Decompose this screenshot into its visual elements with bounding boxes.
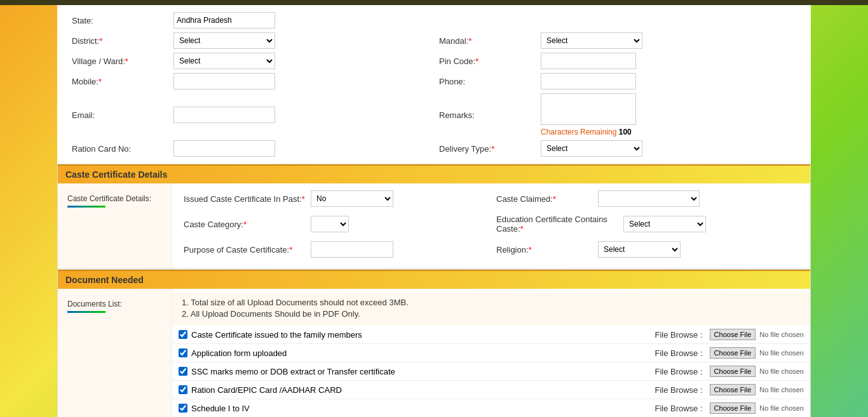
doc-file-4: File Browse : Choose File No file chosen (654, 384, 804, 395)
phone-label: Phone: (439, 77, 541, 86)
doc-notes: 1. Total size of all Upload Documents sh… (172, 293, 810, 326)
documents-sidebar-label: Documents List: (67, 300, 122, 308)
village-label: Village / Ward:* (72, 56, 173, 66)
caste-claimed-select[interactable] (598, 190, 700, 207)
pincode-input[interactable] (541, 53, 636, 69)
doc-label-4: Ration Card/EPIC Card /AADHAR CARD (191, 385, 342, 395)
document-section: Document Needed Documents List: 1. Total… (57, 269, 811, 417)
caste-section-header: Caste Certificate Details (58, 164, 810, 183)
doc-note-1: 1. Total size of all Upload Documents sh… (182, 298, 801, 307)
no-file-text-2: No file chosen (759, 349, 804, 357)
doc-checkbox-label-3: SSC marks memo or DOB extract or Transfe… (179, 367, 654, 376)
email-input[interactable] (173, 107, 275, 123)
delivery-select[interactable]: Select (541, 140, 642, 157)
caste-sidebar-label: Caste Certificate Details: (67, 194, 151, 203)
doc-file-5: File Browse : Choose File No file chosen (654, 402, 804, 414)
state-label: State: (72, 16, 173, 25)
document-sidebar: Documents List: (58, 289, 172, 417)
file-browse-label-3: File Browse : (654, 367, 702, 376)
issued-label: Issued Caste Certificate In Past:* (184, 194, 311, 204)
religion-select[interactable]: Select (598, 241, 681, 258)
doc-checkbox-1[interactable] (179, 330, 187, 339)
edu-cert-select[interactable]: Select (623, 216, 706, 232)
char-count: 100 (619, 128, 632, 136)
doc-row-5: Schedule I to IV File Browse : Choose Fi… (172, 399, 810, 417)
pincode-label: Pin Code:* (439, 56, 541, 66)
mobile-input[interactable] (173, 73, 275, 89)
top-frame (0, 0, 868, 5)
no-file-text-1: No file chosen (759, 331, 804, 338)
caste-sidebar: Caste Certificate Details: (58, 183, 172, 268)
doc-checkbox-5[interactable] (179, 404, 187, 413)
doc-row-1: Caste Certificate issued to the family m… (172, 326, 810, 344)
doc-note-2: 2. All Upload Documents Should be in PDF… (182, 309, 801, 319)
doc-file-2: File Browse : Choose File No file chosen (654, 347, 804, 359)
doc-file-1: File Browse : Choose File No file chosen (654, 329, 804, 340)
file-browse-label-2: File Browse : (654, 348, 702, 358)
choose-file-btn-3[interactable]: Choose File (710, 366, 756, 377)
doc-label-3: SSC marks memo or DOB extract or Transfe… (191, 367, 395, 376)
district-select[interactable]: Select (173, 32, 275, 49)
doc-checkbox-label-5: Schedule I to IV (179, 404, 654, 413)
mandal-label: Mandal:* (439, 36, 541, 46)
caste-claimed-label: Caste Claimed:* (496, 194, 598, 204)
doc-row-2: Application form uploaded File Browse : … (172, 344, 810, 362)
file-browse-label-1: File Browse : (654, 330, 702, 340)
mobile-label: Mobile:* (72, 77, 173, 86)
doc-label-2: Application form uploaded (191, 348, 287, 358)
ration-input[interactable] (173, 140, 275, 157)
remarks-textarea[interactable] (541, 93, 636, 125)
village-select[interactable]: Select (173, 53, 275, 69)
doc-checkbox-label-4: Ration Card/EPIC Card /AADHAR CARD (179, 385, 654, 395)
issued-select[interactable]: No Yes (311, 190, 393, 207)
doc-label-5: Schedule I to IV (191, 404, 250, 413)
file-browse-label-5: File Browse : (654, 404, 702, 413)
characters-remaining-label: Characters Remaining 100 (541, 128, 632, 136)
purpose-input[interactable] (311, 241, 393, 258)
choose-file-btn-4[interactable]: Choose File (710, 384, 756, 395)
no-file-text-5: No file chosen (759, 404, 804, 412)
religion-label: Religion:* (496, 245, 598, 255)
document-section-header: Document Needed (58, 270, 810, 289)
purpose-label: Purpose of Caste Certificate:* (184, 245, 311, 255)
edu-cert-label: Education Certificate Contains Caste:* (496, 215, 623, 234)
no-file-text-3: No file chosen (759, 367, 804, 375)
file-browse-label-4: File Browse : (654, 385, 702, 395)
doc-checkbox-label-2: Application form uploaded (179, 348, 654, 358)
doc-row-4: Ration Card/EPIC Card /AADHAR CARD File … (172, 381, 810, 399)
doc-checkbox-2[interactable] (179, 348, 187, 357)
choose-file-btn-5[interactable]: Choose File (710, 402, 756, 414)
choose-file-btn-2[interactable]: Choose File (710, 347, 756, 359)
choose-file-btn-1[interactable]: Choose File (710, 329, 756, 340)
doc-row-3: SSC marks memo or DOB extract or Transfe… (172, 362, 810, 381)
caste-section: Caste Certificate Details Caste Certific… (57, 164, 811, 269)
remarks-label: Remarks: (439, 110, 541, 120)
mandal-select[interactable]: Select (541, 32, 642, 49)
delivery-label: Delivery Type:* (439, 144, 541, 154)
state-input[interactable] (173, 12, 275, 29)
doc-file-3: File Browse : Choose File No file chosen (654, 366, 804, 377)
doc-label-1: Caste Certificate issued to the family m… (191, 330, 362, 340)
no-file-text-4: No file chosen (759, 386, 804, 394)
doc-checkbox-3[interactable] (179, 367, 187, 376)
phone-input[interactable] (541, 73, 636, 89)
caste-category-select[interactable] (311, 216, 349, 232)
district-label: District:* (72, 36, 173, 46)
ration-label: Ration Card No: (72, 144, 173, 154)
email-label: Email: (72, 110, 173, 120)
doc-checkbox-label-1: Caste Certificate issued to the family m… (179, 330, 654, 340)
caste-category-label: Caste Category:* (184, 220, 311, 229)
doc-checkbox-4[interactable] (179, 385, 187, 394)
